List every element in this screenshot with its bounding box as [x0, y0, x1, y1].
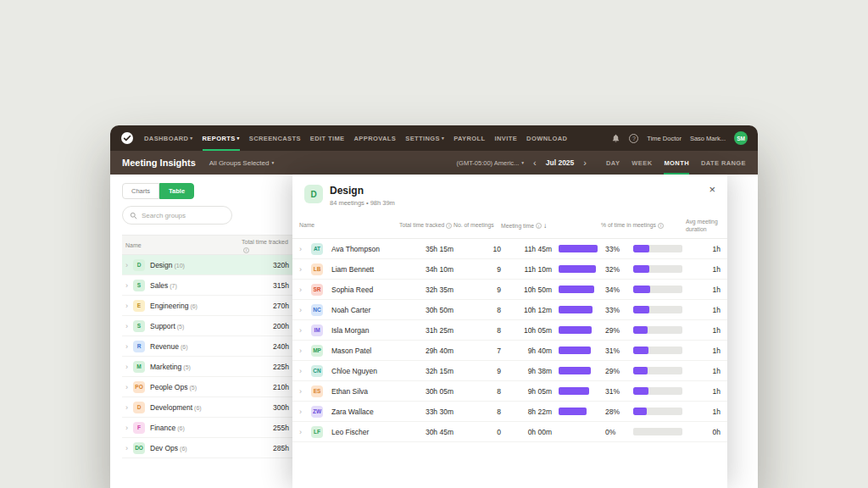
percent-bar-fill [633, 265, 649, 273]
charts-toggle-button[interactable]: Charts [122, 183, 159, 199]
member-avatar: NC [311, 304, 323, 316]
nav-payroll[interactable]: PAYROLL [453, 125, 485, 151]
group-row[interactable]: ›DODev Ops(6)285h [122, 438, 292, 458]
group-name: Revenue(6) [150, 342, 188, 351]
company-name[interactable]: Time Doctor [647, 135, 682, 142]
member-percent: 32% [601, 265, 626, 274]
nav-settings[interactable]: SETTINGS▾ [405, 125, 444, 151]
expand-chevron-icon[interactable]: › [299, 347, 311, 355]
group-row[interactable]: ›MMarketing(5)225h [122, 357, 292, 377]
expand-chevron-icon[interactable]: › [299, 265, 311, 274]
column-total-time-label: Total time tracked [242, 239, 288, 245]
expand-chevron-icon[interactable]: › [125, 342, 128, 351]
expand-chevron-icon[interactable]: › [299, 326, 311, 335]
column-name[interactable]: Name [299, 222, 399, 229]
member-total-time: 34h 10m [399, 265, 453, 274]
group-row[interactable]: ›SSupport(5)200h [122, 316, 292, 336]
group-count: (6) [190, 303, 198, 309]
column-meeting-time[interactable]: Meeting timei↓ [501, 222, 601, 230]
member-name: Noah Carter [331, 306, 399, 314]
member-name: Ava Thompson [331, 245, 399, 253]
member-avg-duration: 1h [686, 347, 721, 355]
expand-chevron-icon[interactable]: › [125, 403, 128, 412]
member-row[interactable]: ›NCNoah Carter30h 50m810h 12m33%1h [292, 300, 727, 320]
column-percent-in-meetings[interactable]: % of time in meetingsi [601, 222, 686, 229]
expand-chevron-icon[interactable]: › [299, 367, 311, 375]
tab-day[interactable]: DAY [606, 151, 620, 175]
detail-subtitle: 84 meetings • 98h 39m [330, 199, 395, 207]
member-row[interactable]: ›MPMason Patel29h 40m79h 40m31%1h [292, 341, 727, 361]
column-total-time[interactable]: Total time trackedi [242, 238, 289, 253]
expand-chevron-icon[interactable]: › [299, 428, 311, 436]
expand-chevron-icon[interactable]: › [125, 322, 128, 330]
member-avatar: MP [311, 345, 323, 357]
group-row[interactable]: ›RRevenue(6)240h [122, 336, 292, 357]
meeting-time-bar [559, 408, 587, 415]
nav-approvals[interactable]: APPROVALS [354, 125, 397, 151]
member-row[interactable]: ›SRSophia Reed32h 35m910h 50m34%1h [292, 280, 727, 300]
percent-bar-track [633, 326, 682, 334]
group-name: Finance(6) [150, 424, 185, 432]
user-name[interactable]: Saso Mark... [690, 135, 726, 142]
group-row[interactable]: ›DDevelopment(6)300h [122, 397, 292, 418]
group-row[interactable]: ›EEngineering(6)270h [122, 296, 292, 316]
nav-edit-time[interactable]: EDIT TIME [310, 125, 345, 151]
group-row[interactable]: ›FFinance(6)255h [122, 418, 292, 438]
page-header-bar: Meeting Insights All Groups Selected ▾ (… [110, 151, 758, 175]
expand-chevron-icon[interactable]: › [125, 383, 128, 391]
period-label: Jul 2025 [546, 158, 575, 167]
group-row[interactable]: ›DDesign(10)320h [122, 255, 292, 275]
nav-screencasts[interactable]: SCREENCASTS [249, 125, 301, 151]
meeting-time-bar [559, 245, 598, 252]
expand-chevron-icon[interactable]: › [125, 302, 128, 310]
close-icon[interactable]: × [709, 183, 715, 196]
group-count: (6) [194, 405, 202, 411]
member-row[interactable]: ›ESEthan Silva30h 05m89h 05m31%1h [292, 381, 727, 402]
prev-period-button[interactable]: ‹ [531, 158, 538, 168]
expand-chevron-icon[interactable]: › [125, 281, 128, 290]
groups-selector[interactable]: All Groups Selected ▾ [209, 159, 274, 167]
search-input[interactable] [142, 212, 225, 219]
member-row[interactable]: ›ATAva Thompson35h 15m1011h 45m33%1h [292, 239, 727, 259]
detail-title-block: Design 84 meetings • 98h 39m [330, 185, 395, 207]
member-row[interactable]: ›LBLiam Bennett34h 10m911h 10m32%1h [292, 259, 727, 280]
notifications-bell-icon[interactable] [611, 133, 620, 143]
group-total-time: 300h [273, 403, 289, 412]
next-period-button[interactable]: › [581, 158, 588, 168]
sort-desc-icon[interactable]: ↓ [543, 222, 547, 230]
tab-date-range[interactable]: DATE RANGE [701, 151, 746, 175]
member-row[interactable]: ›LFLeo Fischer30h 45m00h 00m0%0h [292, 422, 727, 442]
expand-chevron-icon[interactable]: › [125, 261, 128, 269]
nav-download[interactable]: DOWNLOAD [526, 125, 567, 151]
nav-reports[interactable]: REPORTS▾ [203, 125, 240, 151]
expand-chevron-icon[interactable]: › [299, 286, 311, 294]
tab-week[interactable]: WEEK [632, 151, 652, 175]
group-total-time: 240h [273, 342, 289, 351]
group-row[interactable]: ›SSales(7)315h [122, 275, 292, 296]
tab-month[interactable]: MONTH [664, 151, 689, 175]
expand-chevron-icon[interactable]: › [299, 408, 311, 416]
nav-dashboard[interactable]: DASHBOARD▾ [144, 125, 193, 151]
expand-chevron-icon[interactable]: › [299, 387, 311, 396]
expand-chevron-icon[interactable]: › [125, 363, 128, 371]
group-row[interactable]: ›POPeople Ops(5)210h [122, 377, 292, 397]
column-total-time[interactable]: Total time trackedi [399, 222, 453, 229]
expand-chevron-icon[interactable]: › [125, 424, 128, 432]
column-name[interactable]: Name [125, 238, 142, 248]
chevron-down-icon: ▾ [442, 136, 444, 141]
expand-chevron-icon[interactable]: › [299, 245, 311, 253]
timezone-selector[interactable]: (GMT-05:00) Americ... ▾ [457, 159, 525, 167]
percent-bar-fill [633, 245, 649, 252]
help-icon[interactable]: ? [629, 134, 638, 143]
member-row[interactable]: ›IMIsla Morgan31h 25m810h 05m29%1h [292, 320, 727, 341]
column-avg-duration[interactable]: Avg meeting duration [686, 219, 721, 233]
expand-chevron-icon[interactable]: › [299, 306, 311, 314]
nav-invite[interactable]: INVITE [495, 125, 518, 151]
member-row[interactable]: ›ZWZara Wallace33h 30m88h 22m28%1h [292, 402, 727, 422]
expand-chevron-icon[interactable]: › [125, 444, 128, 452]
member-row[interactable]: ›CNChloe Nguyen32h 15m99h 38m29%1h [292, 361, 727, 381]
user-avatar[interactable]: SM [734, 131, 748, 145]
column-no-of-meetings[interactable]: No. of meetings [453, 222, 501, 229]
search-groups-box[interactable] [122, 206, 232, 225]
table-toggle-button[interactable]: Table [159, 183, 194, 199]
